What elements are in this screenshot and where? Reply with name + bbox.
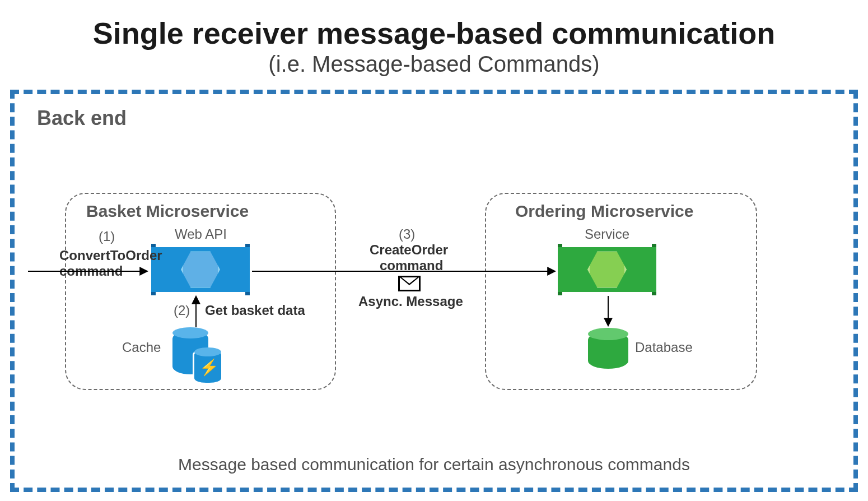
basket-title: Basket Microservice (86, 202, 249, 221)
step1-line1: ConvertToOrder (59, 248, 162, 263)
database-label: Database (635, 340, 693, 355)
cache-icon: ⚡ (172, 328, 223, 384)
web-api-label: Web API (175, 226, 227, 242)
step1-line2: command (59, 263, 123, 279)
cache-label: Cache (122, 340, 161, 355)
backend-label: Back end (37, 106, 127, 130)
envelope-icon (398, 276, 421, 291)
ordering-title: Ordering Microservice (515, 202, 693, 221)
step2-text: Get basket data (205, 303, 305, 318)
diagram-title: Single receiver message-based communicat… (0, 16, 868, 50)
diagram-canvas: Single receiver message-based communicat… (0, 0, 868, 501)
footer-note: Message based communication for certain … (0, 455, 868, 474)
step1-num: (1) (99, 229, 115, 244)
async-message-label: Async. Message (358, 294, 463, 309)
step3-line2: command (380, 258, 443, 273)
step3-num: (3) (399, 226, 415, 242)
step3-line1: CreateOrder (370, 242, 448, 258)
diagram-subtitle: (i.e. Message-based Commands) (0, 52, 868, 77)
database-icon (588, 328, 628, 372)
step2-num: (2) (174, 303, 190, 318)
service-label: Service (585, 226, 629, 242)
